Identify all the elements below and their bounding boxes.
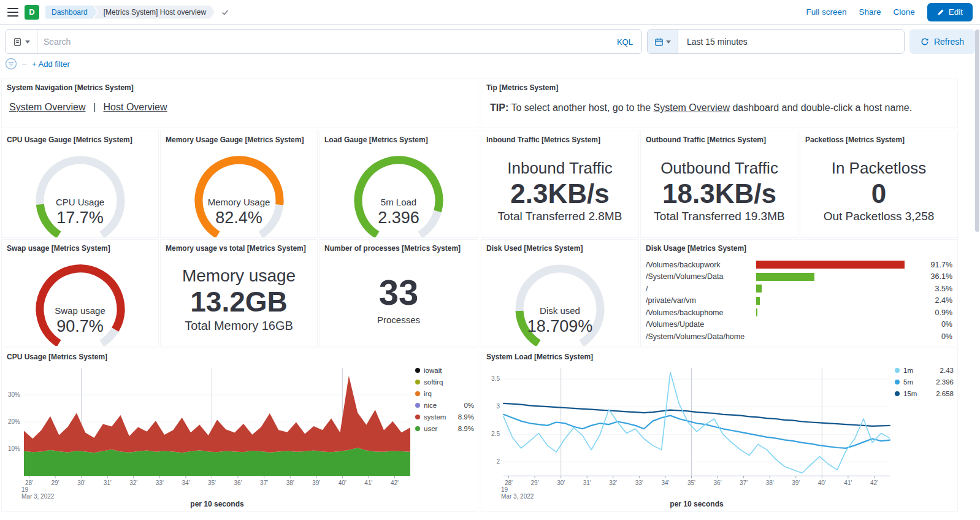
panel-number-of-processes: Number of processes [Metrics System] 33 … bbox=[319, 239, 478, 346]
panel-title: Memory usage vs total [Metrics System] bbox=[161, 240, 317, 253]
disk-usage-bar bbox=[756, 273, 918, 281]
disk-usage-row: /System/Volumes/Data/home0% bbox=[646, 331, 952, 343]
svg-text:30': 30' bbox=[77, 480, 85, 486]
full-screen-link[interactable]: Full screen bbox=[806, 7, 846, 17]
svg-text:3: 3 bbox=[496, 403, 500, 410]
panel-inbound-traffic: Inbound Traffic [Metrics System] Inbound… bbox=[481, 131, 639, 238]
svg-text:29': 29' bbox=[52, 480, 59, 486]
legend-item-nice[interactable]: nice0% bbox=[415, 402, 474, 409]
legend-series-name: nice bbox=[424, 402, 437, 409]
svg-text:37': 37' bbox=[260, 480, 268, 486]
gauge-label: Disk used bbox=[496, 305, 624, 316]
memory-total-metric: Memory usage 13.2GB Total Memory 16GB bbox=[161, 253, 317, 346]
inbound-traffic-metric: Inbound Traffic 2.3KB/s Total Transferre… bbox=[481, 144, 638, 238]
legend-color-dot bbox=[895, 391, 900, 396]
svg-text:41': 41' bbox=[364, 480, 372, 486]
clone-link[interactable]: Clone bbox=[893, 7, 914, 17]
svg-text:10%: 10% bbox=[8, 445, 20, 452]
tip-bold: TIP: bbox=[490, 102, 508, 113]
panel-title: Memory Usage Gauge [Metrics System] bbox=[161, 131, 317, 144]
legend-series-value: 2.658 bbox=[936, 390, 954, 397]
legend-color-dot bbox=[415, 380, 420, 384]
svg-text:29': 29' bbox=[531, 480, 539, 486]
date-picker-calendar-button[interactable] bbox=[648, 30, 678, 53]
legend-series-name: 15m bbox=[903, 390, 917, 397]
saved-query-menu-button[interactable] bbox=[6, 30, 37, 53]
load-gauge-chart: 5m Load 2.396 bbox=[334, 149, 463, 238]
svg-text:31': 31' bbox=[583, 480, 591, 486]
disk-usage-row: /private/var/vm2.4% bbox=[646, 295, 952, 307]
refresh-button[interactable]: Refresh bbox=[909, 29, 975, 54]
gauge-text: Disk used 18.709% bbox=[496, 305, 624, 336]
svg-text:35': 35' bbox=[208, 480, 216, 486]
svg-text:38': 38' bbox=[286, 480, 294, 486]
legend-item-15m[interactable]: 15m2.658 bbox=[895, 390, 954, 397]
saved-query-icon bbox=[13, 37, 22, 47]
legend-series-value: 8.9% bbox=[458, 413, 474, 421]
svg-text:36': 36' bbox=[234, 480, 242, 486]
metric-heading: Outbound Traffic bbox=[660, 159, 778, 178]
filter-icon[interactable] bbox=[5, 58, 17, 70]
menu-icon[interactable] bbox=[7, 8, 18, 17]
panel-title: Number of processes [Metrics System] bbox=[320, 240, 478, 253]
x-axis-label: per 10 seconds bbox=[24, 500, 410, 508]
legend-item-user[interactable]: user8.9% bbox=[415, 425, 474, 432]
legend-item-1m[interactable]: 1m2.43 bbox=[895, 367, 954, 374]
metric-subtext: Total Transferred 19.3MB bbox=[654, 210, 784, 223]
host-overview-link[interactable]: Host Overview bbox=[104, 102, 167, 112]
legend-item-softirq[interactable]: softirq bbox=[415, 378, 474, 386]
deployment-logo[interactable]: D bbox=[25, 5, 39, 20]
disk-usage-bar bbox=[756, 321, 918, 329]
filter-divider bbox=[22, 64, 27, 64]
panel-swap-usage: Swap usage [Metrics System] Swap usage 9… bbox=[1, 239, 159, 346]
system-overview-link[interactable]: System Overview bbox=[9, 102, 85, 112]
search-input[interactable] bbox=[37, 30, 608, 53]
svg-text:42': 42' bbox=[391, 480, 399, 486]
disk-usage-row: /System/Volumes/Data36.1% bbox=[646, 271, 952, 283]
edit-button-label: Edit bbox=[949, 7, 963, 17]
svg-text:38': 38' bbox=[766, 480, 774, 486]
dashboard-grid: System Navigation [Metrics System] Syste… bbox=[0, 76, 980, 513]
legend-series-name: 1m bbox=[903, 367, 913, 374]
kql-selector[interactable]: KQL bbox=[608, 30, 641, 53]
svg-text:33': 33' bbox=[635, 480, 643, 486]
system-navigation-links: System Overview | Host Overview bbox=[2, 92, 478, 123]
edit-button[interactable]: Edit bbox=[927, 3, 973, 21]
disk-usage-bar bbox=[756, 308, 918, 316]
metric-subtext: Processes bbox=[377, 315, 420, 325]
tip-system-overview-link[interactable]: System Overview bbox=[654, 102, 730, 113]
legend-item-iowait[interactable]: iowait bbox=[415, 367, 474, 374]
legend-item-system[interactable]: system8.9% bbox=[415, 413, 474, 421]
disk-usage-bar bbox=[756, 332, 918, 340]
legend-color-dot bbox=[415, 368, 420, 373]
svg-text:28': 28' bbox=[25, 480, 33, 486]
metric-subtext: Total Transferred 2.8MB bbox=[498, 210, 622, 223]
disk-usage-bar bbox=[756, 261, 918, 269]
svg-text:31': 31' bbox=[104, 480, 112, 486]
disk-usage-row: /Volumes/backuphome0.9% bbox=[646, 307, 952, 319]
legend-series-name: user bbox=[424, 425, 437, 432]
panel-title: Disk Usage [Metrics System] bbox=[641, 240, 957, 253]
panel-disk-used: Disk Used [Metrics System] Disk used 18.… bbox=[481, 239, 639, 346]
disk-usage-value: 3.5% bbox=[918, 285, 952, 293]
gauge-value: 2.396 bbox=[334, 208, 463, 228]
memory-usage-gauge-chart: Memory Usage 82.4% bbox=[175, 149, 304, 238]
time-range-button[interactable]: Last 15 minutes bbox=[678, 30, 904, 53]
breadcrumb-dashboard[interactable]: Dashboard bbox=[45, 6, 98, 19]
legend-item-5m[interactable]: 5m2.396 bbox=[895, 378, 954, 386]
add-filter-button[interactable]: + Add filter bbox=[32, 59, 70, 69]
share-link[interactable]: Share bbox=[859, 7, 881, 17]
disk-usage-bar bbox=[756, 297, 918, 305]
metric-value: 2.3KB/s bbox=[510, 180, 609, 208]
legend-item-irq[interactable]: irq bbox=[415, 390, 474, 397]
svg-text:42': 42' bbox=[870, 480, 878, 486]
svg-text:33': 33' bbox=[156, 480, 164, 486]
svg-text:37': 37' bbox=[740, 480, 748, 486]
saved-check-icon bbox=[221, 8, 229, 17]
svg-text:2.5: 2.5 bbox=[491, 430, 500, 437]
panel-title: Swap usage [Metrics System] bbox=[2, 240, 158, 253]
metric-value: 33 bbox=[379, 275, 419, 310]
vertical-scrollbar[interactable] bbox=[975, 29, 979, 232]
svg-text:2: 2 bbox=[496, 458, 500, 465]
panel-title: Packetloss [Metrics System] bbox=[800, 131, 957, 144]
